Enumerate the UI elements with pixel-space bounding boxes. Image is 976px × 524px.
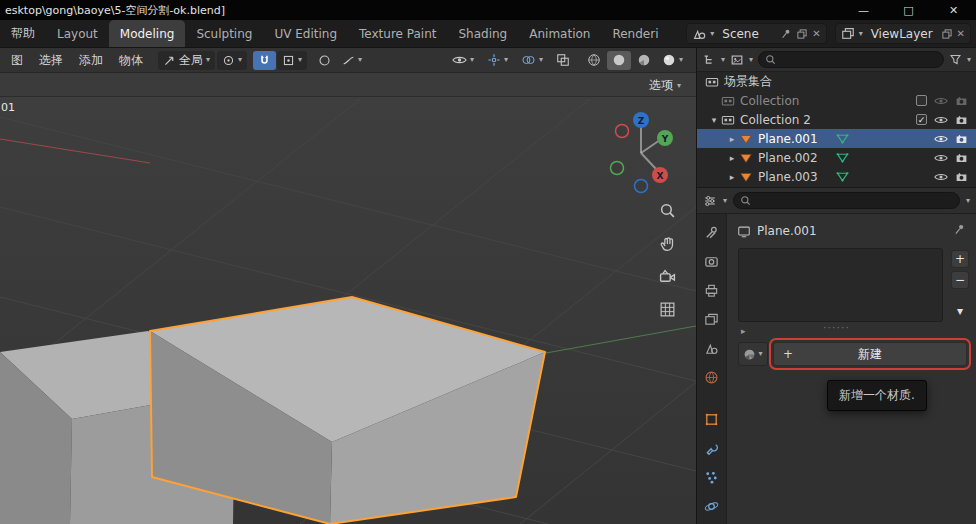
view-menu[interactable]: 图 bbox=[4, 52, 30, 69]
shading-wireframe-button[interactable] bbox=[582, 51, 606, 70]
new-material-button[interactable]: + 新建 bbox=[773, 342, 967, 366]
outliner-row-collection[interactable]: Collection bbox=[697, 91, 976, 110]
proportional-edit-toggle[interactable] bbox=[313, 51, 336, 70]
gizmos-dropdown[interactable]: ▾ bbox=[482, 51, 513, 70]
pin-icon[interactable] bbox=[780, 28, 792, 40]
topbar: 帮助 Layout Modeling Sculpting UV Editing … bbox=[0, 20, 976, 48]
camera-view-tool[interactable] bbox=[656, 265, 678, 287]
new-scene-icon[interactable] bbox=[796, 28, 808, 40]
remove-slot-button[interactable]: − bbox=[951, 271, 969, 289]
proportional-falloff-dropdown[interactable]: ▾ bbox=[337, 51, 367, 70]
shading-material-button[interactable] bbox=[632, 51, 656, 70]
tab-physics[interactable] bbox=[701, 497, 723, 515]
eye-icon[interactable] bbox=[934, 115, 948, 125]
expand-icon[interactable]: ▸ bbox=[725, 172, 739, 182]
slot-specials-dropdown[interactable]: ▾ bbox=[951, 302, 969, 320]
select-menu[interactable]: 选择 bbox=[32, 52, 70, 69]
camera-icon[interactable] bbox=[955, 152, 968, 163]
ortho-toggle-tool[interactable] bbox=[656, 298, 678, 320]
tab-shading[interactable]: Shading bbox=[447, 20, 518, 47]
display-mode-icon[interactable] bbox=[730, 53, 744, 67]
shading-solid-button[interactable] bbox=[607, 51, 631, 70]
exclude-checkbox-checked[interactable]: ✓ bbox=[916, 114, 927, 125]
outliner-row-plane-002[interactable]: ▸ Plane.002 bbox=[697, 148, 976, 167]
expand-icon[interactable]: ▸ bbox=[725, 134, 739, 144]
camera-icon[interactable] bbox=[955, 114, 968, 125]
chevron-down-icon[interactable]: ▾ bbox=[967, 56, 971, 64]
tab-scene[interactable] bbox=[701, 339, 723, 357]
outliner-row-collection2[interactable]: ▾ Collection 2 ✓ bbox=[697, 110, 976, 129]
properties-search-input[interactable] bbox=[733, 192, 960, 209]
pivot-point-dropdown[interactable]: ▾ bbox=[217, 51, 247, 70]
exclude-checkbox[interactable] bbox=[916, 95, 927, 106]
outliner-search-input[interactable] bbox=[758, 51, 944, 68]
unlink-scene-icon[interactable]: ✕ bbox=[812, 29, 820, 39]
shading-rendered-button[interactable]: ▾ bbox=[657, 51, 688, 70]
add-menu[interactable]: 添加 bbox=[72, 52, 110, 69]
new-viewlayer-icon[interactable] bbox=[941, 28, 953, 40]
viewport-canvas[interactable]: 01 Z Y X bbox=[0, 97, 696, 524]
tab-output[interactable] bbox=[701, 281, 723, 299]
resize-grip[interactable]: ······ bbox=[823, 321, 850, 334]
browse-material-dropdown[interactable]: ▾ bbox=[738, 342, 768, 366]
tab-viewlayer[interactable] bbox=[701, 310, 723, 328]
eye-icon[interactable] bbox=[934, 153, 948, 163]
tab-modifiers[interactable] bbox=[701, 439, 723, 457]
xray-toggle[interactable] bbox=[551, 51, 575, 70]
expand-icon[interactable]: ▾ bbox=[707, 115, 721, 125]
camera-icon[interactable] bbox=[955, 133, 968, 144]
tab-sculpting[interactable]: Sculpting bbox=[185, 20, 263, 47]
scene-selector[interactable]: ▾ Scene ✕ bbox=[686, 23, 826, 44]
tab-modeling[interactable]: Modeling bbox=[109, 20, 186, 47]
snap-toggle[interactable] bbox=[253, 51, 276, 70]
pin-id-icon[interactable] bbox=[953, 223, 966, 236]
tab-particles[interactable] bbox=[701, 468, 723, 486]
chevron-down-icon[interactable]: ▾ bbox=[966, 197, 970, 205]
overlays-dropdown[interactable]: ▾ bbox=[516, 51, 548, 70]
maximize-button[interactable]: □ bbox=[886, 0, 931, 20]
viewlayer-selector[interactable]: ▾ ViewLayer ✕ bbox=[835, 23, 971, 44]
pan-tool[interactable] bbox=[656, 232, 678, 254]
tab-render[interactable] bbox=[701, 252, 723, 270]
close-button[interactable]: ✕ bbox=[931, 0, 976, 20]
expand-icon[interactable]: ▸ bbox=[725, 153, 739, 163]
expand-icon[interactable]: ▸ bbox=[741, 326, 746, 336]
tab-uv-editing[interactable]: UV Editing bbox=[263, 20, 348, 47]
add-slot-button[interactable]: + bbox=[951, 250, 969, 268]
minimize-button[interactable]: — bbox=[841, 0, 886, 20]
chevron-down-icon[interactable]: ▾ bbox=[749, 56, 753, 64]
tab-object[interactable] bbox=[701, 410, 723, 428]
orientation-label: 全局 bbox=[179, 52, 203, 69]
breadcrumb-object-name[interactable]: Plane.001 bbox=[757, 224, 817, 238]
properties-editor-icon[interactable] bbox=[703, 194, 717, 208]
camera-icon[interactable] bbox=[955, 171, 968, 182]
options-dropdown[interactable]: 选项 ▾ bbox=[644, 76, 686, 95]
outliner-row-scene-collection[interactable]: 场景集合 bbox=[697, 72, 976, 91]
chevron-down-icon[interactable]: ▾ bbox=[723, 197, 727, 205]
eye-icon[interactable] bbox=[934, 96, 948, 106]
zoom-tool[interactable] bbox=[656, 199, 678, 221]
material-slot-list[interactable] bbox=[738, 248, 943, 322]
tab-animation[interactable]: Animation bbox=[518, 20, 601, 47]
outliner-row-plane-003[interactable]: ▸ Plane.003 bbox=[697, 167, 976, 186]
navigation-gizmo[interactable]: Z Y X bbox=[597, 107, 685, 195]
tab-texture-paint[interactable]: Texture Paint bbox=[348, 20, 447, 47]
eye-icon[interactable] bbox=[934, 172, 948, 182]
remove-viewlayer-icon[interactable]: ✕ bbox=[957, 29, 965, 39]
outliner-editor-icon[interactable] bbox=[702, 53, 716, 67]
visibility-dropdown[interactable]: ▾ bbox=[447, 51, 479, 70]
row-restrict-icons bbox=[934, 133, 968, 144]
tab-tool[interactable] bbox=[701, 223, 723, 241]
eye-icon[interactable] bbox=[934, 134, 948, 144]
help-menu[interactable]: 帮助 bbox=[0, 25, 46, 42]
camera-icon[interactable] bbox=[955, 95, 968, 106]
tab-rendering[interactable]: Renderi bbox=[601, 20, 669, 47]
chevron-down-icon[interactable]: ▾ bbox=[721, 56, 725, 64]
filter-funnel-icon[interactable] bbox=[949, 53, 962, 66]
object-menu[interactable]: 物体 bbox=[112, 52, 150, 69]
transform-orientation-dropdown[interactable]: 全局 ▾ bbox=[158, 51, 215, 70]
snap-target-dropdown[interactable]: ▾ bbox=[277, 51, 307, 70]
tab-layout[interactable]: Layout bbox=[46, 20, 109, 47]
outliner-row-plane-001[interactable]: ▸ Plane.001 bbox=[697, 129, 976, 148]
tab-world[interactable] bbox=[701, 368, 723, 386]
